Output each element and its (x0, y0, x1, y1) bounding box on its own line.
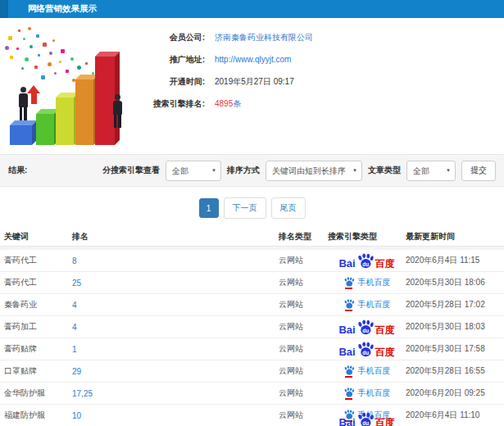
updated-cell: 2020年5月30日 18:06 (406, 277, 504, 288)
next-page-button[interactable]: 下一页 (224, 197, 266, 219)
rank-link[interactable]: 29 (72, 367, 81, 376)
promo-url-link[interactable]: http://www.qlyyjt.com (215, 55, 291, 64)
last-page-button[interactable]: 尾页 (271, 197, 306, 219)
member-info: 会员公司: 济南秦鲁药业科技有限公司 推广地址: http://www.qlyy… (129, 26, 313, 115)
rank-type-cell: 云网站 (279, 410, 328, 421)
engine-rank-unit: 条 (233, 99, 241, 108)
rank-type-cell: 云网站 (279, 321, 328, 333)
page: 网络营销效果展示 会员公司: 济南秦鲁药业科技有限公司 (0, 0, 504, 426)
svg-text:du: du (362, 327, 369, 333)
sort-label: 排序方式 (227, 165, 260, 176)
open-time-row: 开通时间: 2019年5月27日 09:17 (129, 70, 313, 93)
col-engine-type: 搜索引擎类型 (328, 231, 406, 242)
updated-cell: 2020年5月30日 18:03 (406, 321, 504, 333)
page-title: 网络营销效果展示 (28, 3, 97, 15)
rank-link[interactable]: 10 (72, 411, 81, 420)
baidu-paw-icon: du (356, 412, 375, 426)
rank-link[interactable]: 17,25 (72, 389, 93, 398)
page-number-current[interactable]: 1 (199, 198, 219, 218)
mobile-baidu-logo: 手机百度 (343, 365, 391, 378)
member-company-link[interactable]: 济南秦鲁药业科技有限公司 (215, 32, 313, 43)
table-row: 膏药加工 4 云网站 Bai du 百度 (0, 316, 504, 338)
chart-bar-yellow (56, 97, 74, 145)
rank-table: 关键词 排名 排名类型 搜索引擎类型 最新更新时间 膏药代工 8 云网站 Bai (0, 227, 504, 426)
table-header: 关键词 排名 排名类型 搜索引擎类型 最新更新时间 (0, 227, 504, 247)
rank-cell: 10 (72, 411, 279, 420)
engine-cell: Bai du 百度 (328, 253, 406, 269)
member-company-row: 会员公司: 济南秦鲁药业科技有限公司 (129, 26, 313, 48)
rank-link[interactable]: 4 (72, 323, 77, 332)
rank-link[interactable]: 4 (72, 301, 77, 310)
table-row: 膏药代工 25 云网站 (0, 272, 504, 294)
submit-button[interactable]: 提交 (461, 161, 496, 181)
member-company-label: 会员公司: (129, 32, 205, 43)
sort-select[interactable]: 关键词由短到长排序 (266, 161, 362, 181)
rank-link[interactable]: 25 (72, 279, 81, 288)
red-arrow-icon (27, 85, 40, 104)
keyword-cell: 膏药代工 (4, 255, 72, 266)
mobile-baidu-label: 手机百度 (358, 387, 391, 399)
rank-link[interactable]: 8 (72, 256, 77, 265)
mobile-baidu-redline (345, 310, 352, 311)
keyword-cell: 口罩贴牌 (4, 365, 72, 377)
titlebar-accent (0, 0, 8, 18)
promo-url-row: 推广地址: http://www.qlyyjt.com (129, 48, 313, 70)
rank-type-cell: 云网站 (279, 277, 328, 288)
rank-cell: 1 (72, 345, 279, 354)
table-row: 金华防护服 17,25 云网站 (0, 383, 504, 405)
rank-cell: 4 (72, 301, 279, 310)
article-type-select[interactable]: 全部 (406, 161, 456, 181)
keyword-cell: 秦鲁药业 (4, 299, 72, 310)
mobile-baidu-logo: 手机百度 (343, 387, 391, 400)
table-body: 膏药代工 8 云网站 Bai du 百度 (0, 250, 504, 426)
keyword-cell: 膏药加工 (4, 321, 72, 333)
col-updated: 最新更新时间 (406, 231, 504, 242)
engine-rank-row: 搜索引擎排名: 4895条 (129, 93, 313, 115)
rank-type-cell: 云网站 (279, 365, 328, 377)
engine-rank-count: 4895 (215, 99, 233, 108)
chart-bar-green (36, 114, 54, 145)
open-time-value: 2019年5月27日 09:17 (215, 76, 294, 88)
table-row: 口罩贴牌 29 云网站 (0, 360, 504, 383)
mobile-baidu-label: 手机百度 (358, 277, 391, 288)
mobile-baidu-redline (345, 288, 352, 289)
rank-cell: 4 (72, 323, 279, 332)
engine-rank-value: 4895条 (215, 98, 241, 110)
baidu-paw-icon: du (356, 253, 375, 269)
baidu-logo: Bai du 百度 (338, 412, 394, 426)
mobile-baidu-redline (345, 376, 352, 378)
mobile-paw-icon (343, 299, 355, 309)
rank-cell: 29 (72, 367, 279, 376)
filter-controls: 分搜索引擎查看 全部 排序方式 关键词由短到长排序 文章类型 全部 提交 (102, 161, 496, 181)
keyword-cell: 福建防护服 (4, 410, 72, 421)
col-rank: 排名 (72, 231, 279, 242)
svg-text:du: du (362, 349, 369, 355)
updated-cell: 2020年5月30日 17:58 (406, 343, 504, 355)
updated-cell: 2020年5月28日 17:02 (406, 299, 504, 310)
result-label: 结果: (8, 165, 27, 176)
promo-url-label: 推广地址: (129, 54, 205, 66)
engine-rank-label: 搜索引擎排名: (129, 98, 205, 110)
mobile-paw-icon (343, 365, 355, 375)
top-section: 会员公司: 济南秦鲁药业科技有限公司 推广地址: http://www.qlyy… (0, 18, 504, 154)
rank-link[interactable]: 1 (72, 345, 77, 354)
keyword-cell: 膏药贴牌 (4, 343, 72, 355)
engine-cell: 手机百度 (328, 387, 406, 400)
engine-view-label: 分搜索引擎查看 (102, 165, 160, 176)
rank-cell: 17,25 (72, 389, 279, 398)
engine-view-select-wrap: 全部 (166, 161, 221, 181)
pagination: 1 下一页 尾页 (0, 197, 504, 219)
rank-type-cell: 云网站 (279, 343, 328, 355)
rank-type-cell: 云网站 (279, 299, 328, 310)
table-row: 秦鲁药业 4 云网站 (0, 294, 504, 316)
chart-bar-orange (75, 79, 93, 145)
engine-cell: 手机百度 (328, 277, 406, 289)
updated-cell: 2020年6月4日 11:10 (406, 410, 504, 421)
engine-view-select[interactable]: 全部 (166, 161, 221, 181)
table-row: 膏药贴牌 1 云网站 Bai du 百度 (0, 338, 504, 360)
rank-type-cell: 云网站 (279, 255, 328, 266)
article-type-label: 文章类型 (368, 165, 401, 176)
mobile-baidu-redline (345, 398, 352, 400)
mobile-baidu-logo: 手机百度 (343, 299, 391, 311)
updated-cell: 2020年6月20日 09:25 (406, 387, 504, 399)
